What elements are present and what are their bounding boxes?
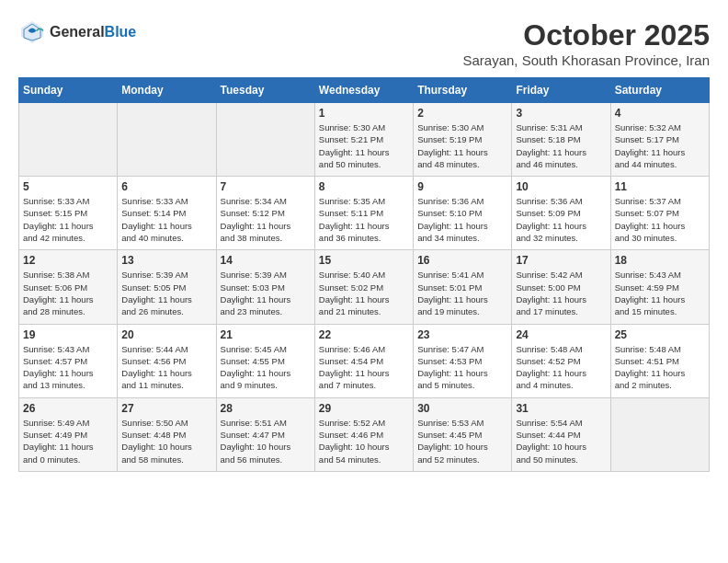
day-info: Sunrise: 5:37 AM Sunset: 5:07 PM Dayligh… bbox=[615, 195, 705, 244]
calendar-cell: 12Sunrise: 5:38 AM Sunset: 5:06 PM Dayli… bbox=[19, 250, 118, 324]
day-info: Sunrise: 5:43 AM Sunset: 4:59 PM Dayligh… bbox=[615, 269, 705, 317]
day-number: 4 bbox=[615, 107, 705, 120]
day-number: 30 bbox=[417, 402, 507, 415]
logo-text: GeneralBlue bbox=[50, 24, 136, 40]
calendar-cell: 29Sunrise: 5:52 AM Sunset: 4:46 PM Dayli… bbox=[314, 397, 413, 471]
day-number: 23 bbox=[417, 328, 507, 341]
day-info: Sunrise: 5:53 AM Sunset: 4:45 PM Dayligh… bbox=[417, 417, 507, 465]
calendar-cell bbox=[216, 103, 314, 177]
calendar-week-5: 26Sunrise: 5:49 AM Sunset: 4:49 PM Dayli… bbox=[19, 397, 710, 471]
day-info: Sunrise: 5:51 AM Sunset: 4:47 PM Dayligh… bbox=[221, 417, 311, 465]
day-number: 13 bbox=[121, 254, 211, 267]
day-number: 31 bbox=[516, 402, 606, 415]
day-info: Sunrise: 5:47 AM Sunset: 4:53 PM Dayligh… bbox=[417, 343, 507, 392]
day-header-monday: Monday bbox=[118, 78, 216, 103]
day-number: 3 bbox=[516, 107, 606, 120]
calendar-cell: 11Sunrise: 5:37 AM Sunset: 5:07 PM Dayli… bbox=[610, 177, 709, 250]
day-header-saturday: Saturday bbox=[610, 78, 709, 103]
day-number: 1 bbox=[319, 107, 409, 120]
day-info: Sunrise: 5:32 AM Sunset: 5:17 PM Dayligh… bbox=[615, 121, 705, 170]
day-info: Sunrise: 5:36 AM Sunset: 5:10 PM Dayligh… bbox=[417, 195, 507, 244]
calendar-cell: 9Sunrise: 5:36 AM Sunset: 5:10 PM Daylig… bbox=[414, 177, 512, 250]
calendar-cell: 10Sunrise: 5:36 AM Sunset: 5:09 PM Dayli… bbox=[512, 177, 610, 250]
calendar-cell: 4Sunrise: 5:32 AM Sunset: 5:17 PM Daylig… bbox=[610, 103, 709, 177]
day-info: Sunrise: 5:52 AM Sunset: 4:46 PM Dayligh… bbox=[319, 417, 409, 465]
day-info: Sunrise: 5:45 AM Sunset: 4:55 PM Dayligh… bbox=[221, 343, 311, 392]
calendar-cell: 18Sunrise: 5:43 AM Sunset: 4:59 PM Dayli… bbox=[610, 250, 709, 324]
day-info: Sunrise: 5:30 AM Sunset: 5:19 PM Dayligh… bbox=[417, 121, 507, 170]
calendar-cell: 31Sunrise: 5:54 AM Sunset: 4:44 PM Dayli… bbox=[512, 397, 610, 471]
day-number: 25 bbox=[615, 328, 705, 341]
calendar-cell: 16Sunrise: 5:41 AM Sunset: 5:01 PM Dayli… bbox=[414, 250, 512, 324]
day-number: 29 bbox=[319, 402, 409, 415]
calendar-cell: 20Sunrise: 5:44 AM Sunset: 4:56 PM Dayli… bbox=[118, 324, 216, 397]
calendar-cell: 1Sunrise: 5:30 AM Sunset: 5:21 PM Daylig… bbox=[314, 103, 413, 177]
day-number: 17 bbox=[516, 254, 606, 267]
day-number: 14 bbox=[221, 254, 311, 267]
day-info: Sunrise: 5:34 AM Sunset: 5:12 PM Dayligh… bbox=[221, 195, 311, 244]
day-header-friday: Friday bbox=[512, 78, 610, 103]
day-number: 8 bbox=[319, 180, 409, 193]
calendar-cell: 14Sunrise: 5:39 AM Sunset: 5:03 PM Dayli… bbox=[216, 250, 314, 324]
calendar-cell: 19Sunrise: 5:43 AM Sunset: 4:57 PM Dayli… bbox=[19, 324, 118, 397]
calendar-cell: 22Sunrise: 5:46 AM Sunset: 4:54 PM Dayli… bbox=[314, 324, 413, 397]
day-info: Sunrise: 5:30 AM Sunset: 5:21 PM Dayligh… bbox=[319, 121, 409, 170]
day-header-tuesday: Tuesday bbox=[216, 78, 314, 103]
calendar-cell bbox=[118, 103, 216, 177]
calendar-cell: 8Sunrise: 5:35 AM Sunset: 5:11 PM Daylig… bbox=[314, 177, 413, 250]
calendar-cell: 25Sunrise: 5:48 AM Sunset: 4:51 PM Dayli… bbox=[610, 324, 709, 397]
title-block: October 2025 Sarayan, South Khorasan Pro… bbox=[463, 18, 711, 68]
calendar-cell: 17Sunrise: 5:42 AM Sunset: 5:00 PM Dayli… bbox=[512, 250, 610, 324]
calendar-week-1: 1Sunrise: 5:30 AM Sunset: 5:21 PM Daylig… bbox=[19, 103, 710, 177]
day-number: 21 bbox=[221, 328, 311, 341]
day-info: Sunrise: 5:39 AM Sunset: 5:03 PM Dayligh… bbox=[221, 269, 311, 317]
calendar-cell bbox=[19, 103, 118, 177]
day-info: Sunrise: 5:48 AM Sunset: 4:51 PM Dayligh… bbox=[615, 343, 705, 392]
day-number: 9 bbox=[417, 180, 507, 193]
calendar-week-4: 19Sunrise: 5:43 AM Sunset: 4:57 PM Dayli… bbox=[19, 324, 710, 397]
day-info: Sunrise: 5:50 AM Sunset: 4:48 PM Dayligh… bbox=[121, 417, 211, 465]
day-number: 10 bbox=[516, 180, 606, 193]
calendar-cell: 6Sunrise: 5:33 AM Sunset: 5:14 PM Daylig… bbox=[118, 177, 216, 250]
logo-icon bbox=[18, 18, 46, 46]
calendar-cell: 21Sunrise: 5:45 AM Sunset: 4:55 PM Dayli… bbox=[216, 324, 314, 397]
day-number: 24 bbox=[516, 328, 606, 341]
day-number: 6 bbox=[121, 180, 211, 193]
day-info: Sunrise: 5:48 AM Sunset: 4:52 PM Dayligh… bbox=[516, 343, 606, 392]
day-header-thursday: Thursday bbox=[414, 78, 512, 103]
day-number: 19 bbox=[23, 328, 113, 341]
calendar-cell: 24Sunrise: 5:48 AM Sunset: 4:52 PM Dayli… bbox=[512, 324, 610, 397]
day-info: Sunrise: 5:33 AM Sunset: 5:15 PM Dayligh… bbox=[23, 195, 113, 244]
day-header-sunday: Sunday bbox=[19, 78, 118, 103]
calendar-cell: 7Sunrise: 5:34 AM Sunset: 5:12 PM Daylig… bbox=[216, 177, 314, 250]
calendar-cell: 3Sunrise: 5:31 AM Sunset: 5:18 PM Daylig… bbox=[512, 103, 610, 177]
day-info: Sunrise: 5:46 AM Sunset: 4:54 PM Dayligh… bbox=[319, 343, 409, 392]
day-info: Sunrise: 5:49 AM Sunset: 4:49 PM Dayligh… bbox=[23, 417, 113, 465]
day-info: Sunrise: 5:38 AM Sunset: 5:06 PM Dayligh… bbox=[23, 269, 113, 317]
month-title: October 2025 bbox=[463, 18, 711, 52]
calendar-week-3: 12Sunrise: 5:38 AM Sunset: 5:06 PM Dayli… bbox=[19, 250, 710, 324]
day-number: 7 bbox=[221, 180, 311, 193]
day-info: Sunrise: 5:54 AM Sunset: 4:44 PM Dayligh… bbox=[516, 417, 606, 465]
day-number: 28 bbox=[221, 402, 311, 415]
day-info: Sunrise: 5:40 AM Sunset: 5:02 PM Dayligh… bbox=[319, 269, 409, 317]
day-number: 15 bbox=[319, 254, 409, 267]
day-info: Sunrise: 5:31 AM Sunset: 5:18 PM Dayligh… bbox=[516, 121, 606, 170]
day-info: Sunrise: 5:42 AM Sunset: 5:00 PM Dayligh… bbox=[516, 269, 606, 317]
day-number: 18 bbox=[615, 254, 705, 267]
calendar-cell: 23Sunrise: 5:47 AM Sunset: 4:53 PM Dayli… bbox=[414, 324, 512, 397]
day-info: Sunrise: 5:35 AM Sunset: 5:11 PM Dayligh… bbox=[319, 195, 409, 244]
calendar-week-2: 5Sunrise: 5:33 AM Sunset: 5:15 PM Daylig… bbox=[19, 177, 710, 250]
day-number: 20 bbox=[121, 328, 211, 341]
day-number: 2 bbox=[417, 107, 507, 120]
day-number: 16 bbox=[417, 254, 507, 267]
logo: GeneralBlue bbox=[18, 18, 136, 46]
day-number: 11 bbox=[615, 180, 705, 193]
day-info: Sunrise: 5:41 AM Sunset: 5:01 PM Dayligh… bbox=[417, 269, 507, 317]
calendar-cell: 5Sunrise: 5:33 AM Sunset: 5:15 PM Daylig… bbox=[19, 177, 118, 250]
day-number: 26 bbox=[23, 402, 113, 415]
location-subtitle: Sarayan, South Khorasan Province, Iran bbox=[463, 52, 711, 68]
calendar-cell: 15Sunrise: 5:40 AM Sunset: 5:02 PM Dayli… bbox=[314, 250, 413, 324]
day-info: Sunrise: 5:44 AM Sunset: 4:56 PM Dayligh… bbox=[121, 343, 211, 392]
page-header: GeneralBlue October 2025 Sarayan, South … bbox=[18, 18, 710, 68]
